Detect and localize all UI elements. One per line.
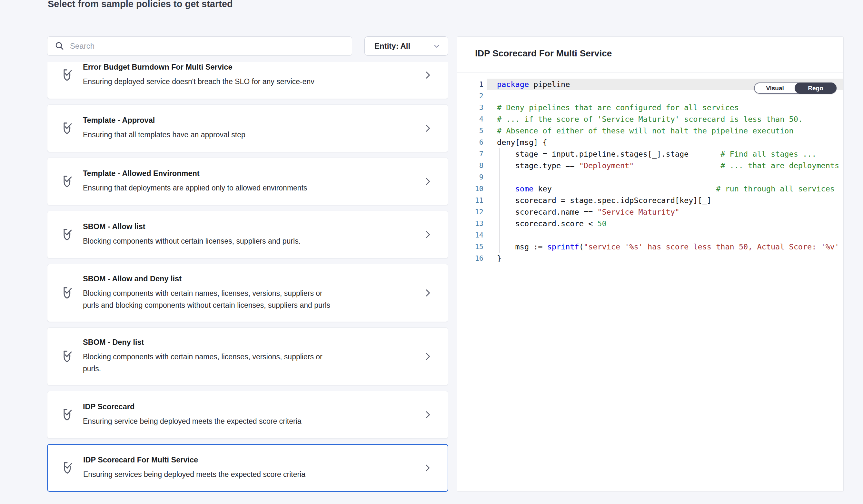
- shield-check-icon: [61, 67, 76, 83]
- code-line: [497, 230, 843, 241]
- code-line: scorecard.score < 50: [497, 218, 843, 230]
- code-line: [497, 171, 843, 183]
- line-number: 4: [457, 114, 484, 125]
- policy-card[interactable]: Template - Allowed Environment Ensuring …: [47, 158, 448, 205]
- line-number: 9: [457, 171, 484, 183]
- policy-title: Template - Allowed Environment: [83, 169, 415, 178]
- detail-title: IDP Scorecard For Multi Service: [475, 48, 612, 59]
- policy-card[interactable]: IDP Scorecard For Multi Service Ensuring…: [47, 444, 448, 492]
- page-title: Select from sample policies to get start…: [48, 0, 233, 9]
- policy-detail-panel: IDP Scorecard For Multi Service 12345678…: [456, 36, 843, 492]
- chevron-right-icon[interactable]: [423, 123, 433, 134]
- policies-page: Select from sample policies to get start…: [0, 0, 863, 504]
- policy-description: Ensuring that deployments are applied on…: [83, 182, 415, 194]
- code-lines: package pipeline# Deny pipelines that ar…: [497, 79, 843, 264]
- line-number: 5: [457, 125, 484, 137]
- policy-card-text: SBOM - Allow and Deny list Blocking comp…: [83, 274, 415, 311]
- policy-title: SBOM - Allow and Deny list: [83, 274, 415, 283]
- code-line: # ... if the score of 'Service Maturity'…: [497, 114, 843, 125]
- line-number: 14: [457, 230, 484, 241]
- line-number: 3: [457, 102, 484, 114]
- policy-title: SBOM - Allow list: [83, 222, 415, 231]
- policy-description: Blocking components with certain names, …: [83, 351, 415, 375]
- policy-description: Ensuring services being deployed meets t…: [83, 468, 415, 480]
- policy-card[interactable]: Template - Approval Ensuring that all te…: [47, 104, 448, 152]
- policy-description: Ensuring service being deployed meets th…: [83, 415, 415, 427]
- chevron-right-icon[interactable]: [423, 463, 432, 474]
- chevron-right-icon[interactable]: [423, 351, 433, 362]
- shield-check-icon: [61, 460, 76, 476]
- shield-check-icon: [61, 407, 76, 423]
- entity-filter-dropdown[interactable]: Entity: All: [364, 36, 448, 56]
- chevron-down-icon: [433, 42, 441, 50]
- shield-check-icon: [61, 348, 76, 364]
- policy-card[interactable]: Error Budget Burndown For Multi Service …: [47, 62, 448, 99]
- code-line: deny[msg] {: [497, 137, 843, 148]
- chevron-right-icon[interactable]: [423, 69, 433, 80]
- line-number: 13: [457, 218, 484, 230]
- policy-title: SBOM - Deny list: [83, 338, 415, 347]
- policy-card[interactable]: SBOM - Allow and Deny list Blocking comp…: [47, 264, 448, 322]
- line-number: 7: [457, 148, 484, 160]
- line-number: 2: [457, 90, 484, 102]
- policy-card[interactable]: IDP Scorecard Ensuring service being dep…: [47, 391, 448, 439]
- search-input[interactable]: [69, 41, 341, 51]
- policy-card-text: Template - Approval Ensuring that all te…: [83, 116, 415, 141]
- shield-check-icon: [61, 120, 76, 136]
- policy-description: Blocking components with certain names, …: [83, 287, 415, 311]
- code-line: scorecard = stage.spec.idpScorecard[key]…: [497, 195, 843, 206]
- line-number: 10: [457, 183, 484, 195]
- toggle-option-visual[interactable]: Visual: [755, 83, 795, 93]
- policy-card-text: IDP Scorecard Ensuring service being dep…: [83, 402, 415, 427]
- policy-card-text: Error Budget Burndown For Multi Service …: [83, 63, 415, 88]
- code-line: }: [497, 253, 843, 264]
- line-number: 12: [457, 206, 484, 218]
- policy-card-text: SBOM - Allow list Blocking components wi…: [83, 222, 415, 247]
- policy-description: Ensuring deployed service doesn't breach…: [83, 76, 415, 88]
- line-number: 6: [457, 137, 484, 148]
- chevron-right-icon[interactable]: [423, 176, 433, 187]
- chevron-right-icon[interactable]: [423, 409, 433, 420]
- policy-description: Blocking components without certain lice…: [83, 235, 415, 247]
- line-number: 1: [457, 79, 484, 90]
- search-icon: [54, 41, 65, 51]
- line-number: 11: [457, 195, 484, 206]
- policy-list[interactable]: Error Budget Burndown For Multi Service …: [47, 62, 448, 492]
- entity-filter-label: Entity: All: [374, 41, 433, 51]
- line-number: 16: [457, 253, 484, 264]
- toggle-option-rego[interactable]: Rego: [795, 82, 837, 94]
- code-gutter: 12345678910111213141516: [457, 79, 484, 264]
- policy-title: IDP Scorecard: [83, 402, 415, 411]
- policy-card[interactable]: SBOM - Deny list Blocking components wit…: [47, 327, 448, 385]
- code-editor[interactable]: 12345678910111213141516 package pipeline…: [457, 73, 843, 491]
- shield-check-icon: [61, 173, 76, 190]
- policy-card-text: SBOM - Deny list Blocking components wit…: [83, 338, 415, 375]
- policy-title: IDP Scorecard For Multi Service: [83, 456, 415, 464]
- view-toggle: Visual Rego: [754, 82, 837, 94]
- chevron-right-icon[interactable]: [423, 287, 433, 298]
- code-line: stage = input.pipeline.stages[_].stage #…: [497, 148, 843, 160]
- search-box: [47, 36, 352, 56]
- policy-title: Template - Approval: [83, 116, 415, 125]
- policy-description: Ensuring that all templates have an appr…: [83, 129, 415, 141]
- policy-card-text: Template - Allowed Environment Ensuring …: [83, 169, 415, 194]
- code-line: msg := sprintf("service '%s' has score l…: [497, 241, 843, 253]
- chevron-right-icon[interactable]: [423, 229, 433, 240]
- code-line: # Deny pipelines that are configured for…: [497, 102, 843, 114]
- line-number: 15: [457, 241, 484, 253]
- code-line: some key # run through all services: [497, 183, 843, 195]
- code-line: stage.type == "Deployment" # ... that ar…: [497, 160, 843, 171]
- line-number: 8: [457, 160, 484, 171]
- policy-title: Error Budget Burndown For Multi Service: [83, 63, 415, 72]
- shield-check-icon: [61, 285, 76, 301]
- policy-card[interactable]: SBOM - Allow list Blocking components wi…: [47, 211, 448, 258]
- policy-card-text: IDP Scorecard For Multi Service Ensuring…: [83, 456, 415, 480]
- code-line: scorecard.name == "Service Maturity": [497, 206, 843, 218]
- shield-check-icon: [61, 227, 76, 243]
- code-line: # Absence of either of these will not ha…: [497, 125, 843, 137]
